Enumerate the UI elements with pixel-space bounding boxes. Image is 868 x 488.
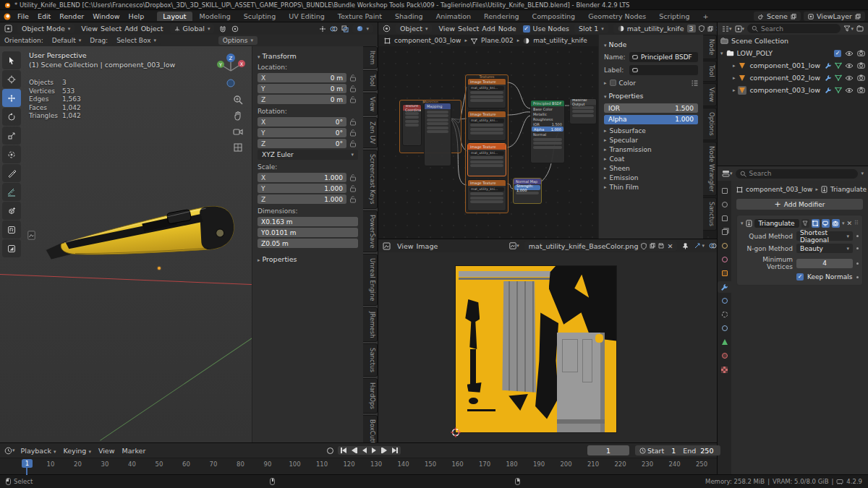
topbar-menu[interactable]: File [13,12,33,20]
xray-toggle-icon[interactable] [341,25,349,33]
mesh-data-icon[interactable] [835,87,842,93]
outliner[interactable]: ▾ ▾ Search ▾ Scene Collection ▾ LOW_POLY… [718,22,868,166]
save-icon[interactable] [658,243,664,249]
current-frame-field[interactable]: 1 [587,445,629,455]
tool-orientation-dropdown[interactable]: Default▾ [48,36,85,45]
basecolor-texture-image[interactable] [456,266,616,432]
collapsed-section[interactable]: ▸ Sheen [604,163,698,173]
principled-bsdf-node[interactable]: Principled BSDF Base Color Metallic Roug… [530,100,565,163]
keep-normals-toggle[interactable]: ✓ Keep Normals [796,273,853,281]
animate-dot[interactable] [856,276,859,278]
sidebar-tab[interactable]: Item [363,46,378,69]
measure-tool[interactable] [2,183,21,201]
image-texture-node[interactable]: Image Texture mat_utility_kni... [467,78,506,108]
collection-checkbox[interactable]: ✓ [834,50,841,57]
shader-editor[interactable]: Object▾ ViewSelectAddNode ✓ Use Nodes Sl… [378,22,717,239]
workspace-tab-layout[interactable]: Layout [157,12,192,21]
dimension-field[interactable]: Y0.0101 m [258,228,358,237]
collapsed-section[interactable]: ▸ Subsurface [604,126,698,135]
rotation-mode-dropdown[interactable]: XYZ Euler▾ [258,150,358,160]
shader-sidebar-tab[interactable]: View [703,83,717,106]
shader-sidebar-tab[interactable]: Options [703,108,717,140]
shader-editor-menu[interactable]: View [437,25,456,33]
cursor-2d-icon[interactable] [451,427,461,437]
sidebar-tab[interactable]: BoxCutter [363,415,378,442]
outliner-row-object[interactable]: ▸ component_003_low [718,84,868,96]
animate-dot[interactable] [856,247,859,249]
modifier-wrench-icon[interactable] [825,87,832,94]
sidebar-tab[interactable]: View [363,93,378,116]
material-users-count[interactable]: 3 [687,25,696,33]
mode-selector[interactable]: Object Mode▾ [17,24,75,33]
lock-icon[interactable] [349,174,358,181]
sidebar-tab[interactable]: Unreal Engine [363,254,378,306]
lock-icon[interactable] [349,140,358,147]
sidebar-tab[interactable]: HardOps [363,378,378,414]
prev-keyframe-button[interactable] [352,448,357,453]
select-box-tool[interactable] [2,51,21,69]
location-field[interactable]: Z0 m [258,95,346,104]
timeline-ruler[interactable]: 1020304050607080901001101201301401501601… [0,458,717,474]
gizmo-toggle-icon[interactable] [319,25,326,33]
display-mode-icon[interactable]: ▾ [735,25,745,33]
lock-icon[interactable] [349,129,358,137]
dimension-field[interactable]: Z0.05 m [258,239,358,248]
unlink-icon[interactable]: ✕ [667,242,673,250]
material-output-node[interactable]: Material Output [569,98,597,124]
scale-field[interactable]: Y1.000 [258,184,346,193]
mapping-node[interactable]: Mapping [424,103,451,166]
tab-texture[interactable] [718,364,731,375]
expand-icon[interactable]: ▸ [733,75,736,81]
shader-editor-menu[interactable]: Select [456,25,480,33]
marker-menu[interactable]: Marker [120,447,147,455]
slot-selector[interactable]: Slot 1▾ [574,24,608,33]
outliner-row-object[interactable]: ▸ component_002_low [718,72,868,84]
copy-icon[interactable] [855,14,861,20]
modifier-wrench-icon[interactable] [825,74,832,82]
transform-tool[interactable] [2,145,21,163]
annotate-tool[interactable] [2,164,21,182]
collapsed-section[interactable]: ▸ Transmission [604,145,698,154]
add-primitive-tool[interactable] [2,202,21,220]
location-field[interactable]: Y0 m [258,84,346,93]
editor-type-icon[interactable]: ▾ [4,447,15,455]
workspace-tab[interactable]: Texture Paint [332,12,388,21]
outliner-row-collection[interactable]: ▾ LOW_POLY ✓ [718,47,868,59]
proportional-edit-icon[interactable] [231,25,239,33]
tab-object-data[interactable] [718,336,731,348]
shader-editor-menu[interactable]: Add [480,25,496,33]
min-vertices-field[interactable]: 4 [796,259,853,268]
playhead[interactable]: 1 [22,459,33,475]
rotation-field[interactable]: X0° [258,117,346,127]
transform-panel-header[interactable]: ▾ Transform [258,52,358,60]
eye-icon[interactable] [845,75,854,81]
node-panel-header[interactable]: ▾ Node [604,40,698,48]
modifier-close-button[interactable]: ✕ [847,220,853,227]
image-browse-icon[interactable]: ▾ [509,242,519,249]
lock-icon[interactable] [349,95,358,103]
zoom-icon[interactable] [233,95,244,106]
shield-icon[interactable] [699,25,705,32]
move-tool[interactable] [2,89,21,107]
show-render-toggle[interactable] [832,219,840,228]
camera-icon[interactable] [857,87,865,93]
camera-icon[interactable] [857,50,865,56]
workspace-tab[interactable]: Rendering [478,12,525,21]
view-menu[interactable]: View [97,447,116,455]
add-workspace-button[interactable]: + [697,12,715,21]
rotate-tool[interactable] [2,108,21,126]
tab-modifiers[interactable] [718,281,731,293]
shader-type-selector[interactable]: Object▾ [396,24,432,33]
texture-coordinate-node[interactable]: Texture Coordinate [402,104,422,146]
collapse-icon[interactable]: ▾ [741,221,744,226]
ngon-method-dropdown[interactable]: Beauty▾ [796,244,853,253]
viewport-menu[interactable]: Select [99,25,123,33]
lock-icon[interactable] [349,184,358,192]
next-keyframe-button[interactable] [381,448,387,453]
expand-icon[interactable]: ▾ [720,51,723,56]
node-name-field[interactable]: Principled BSDF [629,52,698,62]
show-realtime-toggle[interactable] [822,219,830,228]
boxcutter-tool[interactable] [2,239,21,257]
sidebar-tab[interactable]: Tool [363,70,378,91]
ior-slider[interactable]: IOR1.500 [604,103,698,113]
